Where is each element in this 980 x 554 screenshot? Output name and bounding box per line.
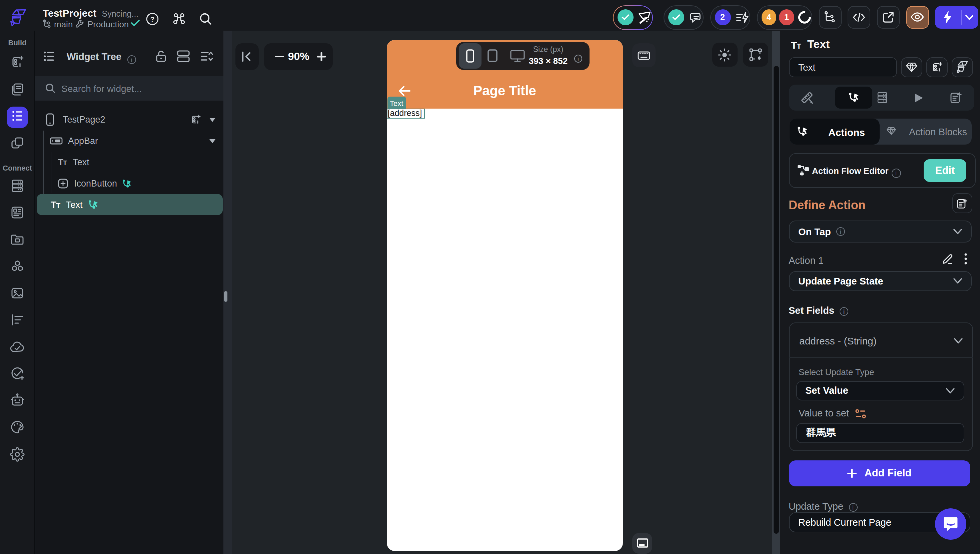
svg-text:?: ? [150,15,155,23]
